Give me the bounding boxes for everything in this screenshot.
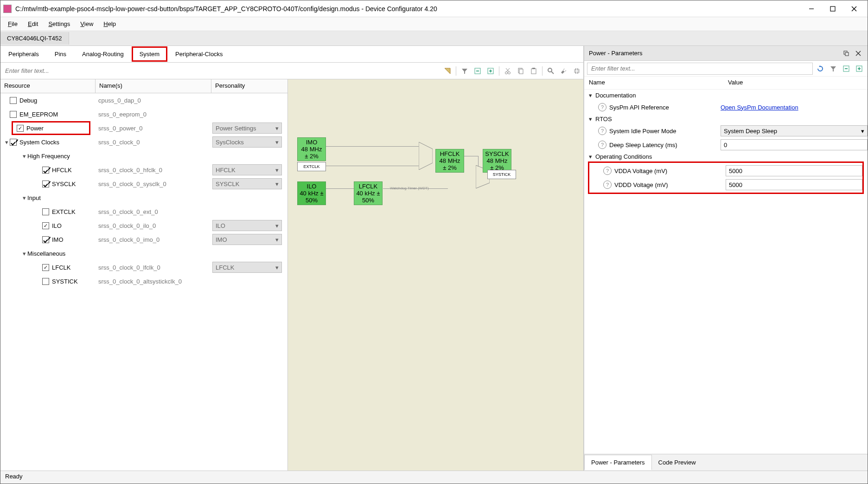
- group-rtos[interactable]: ▾RTOS: [584, 114, 868, 124]
- clear-filter-icon[interactable]: [441, 65, 453, 77]
- row-systick[interactable]: SYSTICK srss_0_clock_0_altsystickclk_0: [0, 274, 287, 288]
- input-vdda[interactable]: [726, 165, 862, 176]
- personality-lfclk[interactable]: LFCLK▾: [212, 262, 282, 273]
- window-title: C:/mtw/mtb-example-psoc4-msclp-low-power…: [15, 5, 801, 13]
- paste-icon[interactable]: [528, 65, 540, 77]
- filter-row: [0, 63, 583, 79]
- checkbox-power[interactable]: [17, 125, 24, 132]
- params-body: ▾Documentation ? SysPm API Reference Ope…: [584, 90, 868, 454]
- row-input[interactable]: ▾Input: [0, 191, 287, 205]
- help-icon[interactable]: ?: [598, 127, 606, 135]
- row-extclk[interactable]: EXTCLK srss_0_clock_0_ext_0: [0, 205, 287, 219]
- help-icon[interactable]: ?: [603, 167, 612, 175]
- checkbox-extclk[interactable]: [42, 208, 49, 215]
- tab-pins[interactable]: Pins: [47, 46, 74, 62]
- device-tab[interactable]: CY8C4046LQI-T452: [0, 32, 69, 45]
- rtab-params[interactable]: Power - Parameters: [584, 455, 652, 470]
- params-filter-row: [584, 61, 868, 77]
- row-highfreq[interactable]: ▾High Frequency: [0, 149, 287, 163]
- collapse-all-icon[interactable]: [472, 65, 484, 77]
- params-expand-icon[interactable]: [854, 63, 865, 74]
- node-imo[interactable]: IMO48 MHz ± 2%: [297, 137, 326, 161]
- expand-all-icon[interactable]: [485, 65, 497, 77]
- node-systick[interactable]: SYSTICK: [487, 170, 516, 179]
- checkbox-ilo[interactable]: [42, 222, 49, 229]
- params-collapse-icon[interactable]: [841, 63, 852, 74]
- help-icon[interactable]: ?: [603, 181, 612, 189]
- checkbox-lfclk[interactable]: [42, 264, 49, 271]
- tab-peripherals[interactable]: Peripherals: [0, 46, 47, 62]
- node-extclk[interactable]: EXTCLK: [297, 162, 326, 171]
- group-documentation[interactable]: ▾Documentation: [584, 90, 868, 100]
- row-imo[interactable]: IMO srss_0_clock_0_imo_0 IMO▾: [0, 232, 287, 246]
- left-pane: Peripherals Pins Analog-Routing System P…: [0, 46, 584, 471]
- filter-icon[interactable]: [459, 65, 471, 77]
- combo-idle-mode[interactable]: System Deep Sleep▾: [721, 125, 868, 136]
- clock-diagram[interactable]: IMO48 MHz ± 2% EXTCLK HFCLK48 MHz ± 2% S…: [288, 79, 583, 471]
- checkbox-sysclocks[interactable]: [10, 139, 17, 146]
- input-deep-sleep[interactable]: [721, 139, 868, 150]
- node-sysclk[interactable]: SYSCLK48 MHz ± 2%: [483, 149, 511, 173]
- personality-ilo[interactable]: ILO▾: [212, 220, 282, 231]
- row-hfclk[interactable]: HFCLK srss_0_clock_0_hfclk_0 HFCLK▾: [0, 163, 287, 177]
- copy-icon[interactable]: [515, 65, 527, 77]
- search-icon[interactable]: [545, 65, 557, 77]
- checkbox-hfclk[interactable]: [42, 167, 49, 174]
- svg-point-17: [548, 68, 552, 72]
- personality-sysclk[interactable]: SYSCLK▾: [212, 178, 282, 189]
- expand-icon[interactable]: [571, 65, 583, 77]
- input-vddd[interactable]: [726, 179, 862, 190]
- svg-line-18: [551, 71, 554, 74]
- row-debug[interactable]: Debug cpuss_0_dap_0: [0, 93, 287, 107]
- right-pane: Power - Parameters Name Value ▾Documenta…: [584, 46, 868, 471]
- params-filter-icon[interactable]: [828, 63, 839, 74]
- filter-input[interactable]: [0, 64, 441, 78]
- row-power[interactable]: Power srss_0_power_0 Power Settings▾: [0, 121, 287, 135]
- menu-edit[interactable]: Edit: [23, 19, 43, 29]
- node-ilo[interactable]: ILO40 kHz ± 50%: [297, 181, 326, 205]
- cut-icon[interactable]: [502, 65, 514, 77]
- tree-body: Debug cpuss_0_dap_0 EM_EEPROM srss_0_eep…: [0, 93, 287, 471]
- minimize-icon: [809, 6, 814, 12]
- maximize-button[interactable]: [822, 2, 843, 16]
- help-icon[interactable]: ?: [598, 103, 606, 111]
- left-split: Resource Name(s) Personality Debug cpuss…: [0, 79, 583, 471]
- node-hfclk[interactable]: HFCLK48 MHz ± 2%: [435, 149, 464, 173]
- row-sysclk[interactable]: SYSCLK srss_0_clock_0_sysclk_0 SYSCLK▾: [0, 177, 287, 191]
- checkbox-debug[interactable]: [10, 97, 17, 104]
- menu-help[interactable]: Help: [99, 19, 121, 29]
- minimize-button[interactable]: [801, 2, 822, 16]
- checkbox-sysclk[interactable]: [42, 181, 49, 187]
- right-tabs: Power - Parameters Code Preview: [584, 454, 868, 471]
- wrench-icon[interactable]: [558, 65, 570, 77]
- menu-view[interactable]: View: [76, 19, 98, 29]
- undock-icon[interactable]: [842, 49, 851, 58]
- close-button[interactable]: [843, 2, 865, 16]
- row-lfclk[interactable]: LFCLK srss_0_clock_0_lfclk_0 LFCLK▾: [0, 260, 287, 274]
- help-icon[interactable]: ?: [598, 141, 606, 149]
- row-ilo[interactable]: ILO srss_0_clock_0_ilo_0 ILO▾: [0, 219, 287, 232]
- close-panel-icon[interactable]: [854, 49, 863, 58]
- personality-imo[interactable]: IMO▾: [212, 234, 282, 245]
- menu-file[interactable]: File: [3, 19, 22, 29]
- menu-settings[interactable]: Settings: [44, 19, 75, 29]
- menubar: File Edit Settings View Help: [0, 17, 868, 31]
- personality-hfclk[interactable]: HFCLK▾: [212, 164, 282, 175]
- checkbox-imo[interactable]: [42, 236, 49, 243]
- tab-peripheral-clocks[interactable]: Peripheral-Clocks: [167, 46, 231, 62]
- params-filter-input[interactable]: [587, 63, 813, 75]
- rtab-code[interactable]: Code Preview: [652, 455, 702, 470]
- checkbox-eeprom[interactable]: [10, 111, 17, 118]
- row-sysclocks[interactable]: ▾System Clocks srss_0_clock_0 SysClocks▾: [0, 135, 287, 149]
- node-lfclk[interactable]: LFCLK40 kHz ± 50%: [354, 181, 383, 205]
- link-syspm-doc[interactable]: Open SysPm Documentation: [721, 104, 798, 111]
- row-eeprom[interactable]: EM_EEPROM srss_0_eeprom_0: [0, 107, 287, 121]
- reset-icon[interactable]: [815, 63, 826, 74]
- personality-power[interactable]: Power Settings▾: [212, 123, 282, 134]
- checkbox-systick[interactable]: [42, 278, 49, 285]
- personality-sysclocks[interactable]: SysClocks▾: [212, 136, 282, 148]
- tab-system[interactable]: System: [132, 46, 167, 62]
- row-misc[interactable]: ▾Miscellaneous: [0, 246, 287, 260]
- group-opcond[interactable]: ▾Operating Conditions: [584, 152, 868, 161]
- tab-analog-routing[interactable]: Analog-Routing: [74, 46, 132, 62]
